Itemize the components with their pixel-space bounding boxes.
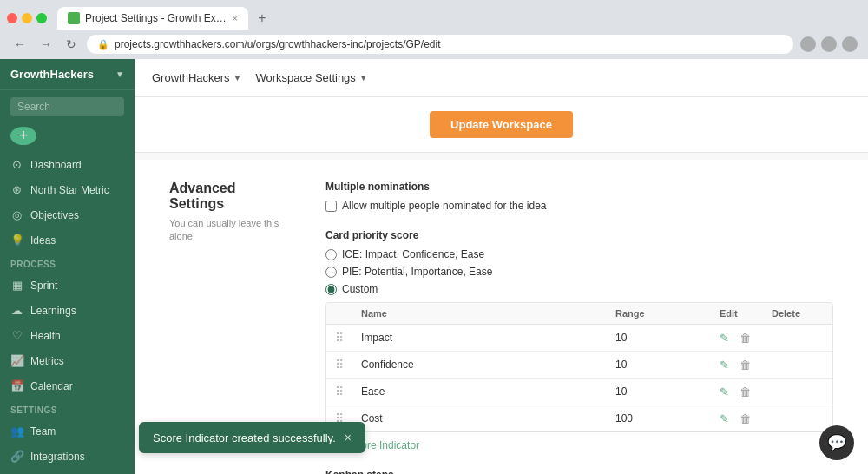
update-workspace-button[interactable]: Update Workspace — [430, 111, 573, 138]
sidebar-item-label: North Star Metric — [30, 184, 109, 196]
delete-icon[interactable]: 🗑 — [740, 359, 751, 372]
reload-button[interactable]: ↻ — [62, 36, 80, 53]
sidebar-item-sprint[interactable]: ▦ Sprint — [0, 273, 135, 298]
score-name: Cost — [361, 412, 615, 425]
drag-handle-icon[interactable]: ⠿ — [335, 358, 361, 372]
table-row: ⠿ Ease 10 ✎ 🗑 — [326, 379, 832, 405]
sidebar-item-ideas[interactable]: 💡 Ideas — [0, 227, 135, 253]
score-name: Confidence — [361, 359, 615, 371]
toast-close-button[interactable]: × — [345, 431, 352, 444]
edit-icon[interactable]: ✎ — [720, 332, 729, 345]
multiple-nominations-checkbox-label: Allow multiple people nominated for the … — [342, 200, 546, 212]
kanban-steps-label: Kanban steps — [326, 469, 833, 474]
breadcrumb-workspace-label: Workspace Settings — [255, 71, 355, 84]
minimize-dot[interactable] — [22, 13, 32, 23]
chat-bubble-button[interactable]: 💬 — [819, 425, 854, 460]
sidebar-item-northstar[interactable]: ⊛ North Star Metric — [0, 177, 135, 202]
org-header[interactable]: GrowthHackers ▼ — [0, 59, 135, 90]
score-name: Ease — [361, 385, 615, 398]
sidebar-item-preferences[interactable]: ⚙ Preferences — [0, 469, 135, 474]
close-dot[interactable] — [7, 13, 17, 23]
pie-radio-row: PIE: Potential, Importance, Ease — [326, 266, 833, 278]
content-area: Update Workspace Advanced Settings You c… — [135, 97, 868, 474]
ice-radio[interactable] — [326, 249, 337, 260]
sidebar-item-health[interactable]: ♡ Health — [0, 323, 135, 348]
sidebar-item-label: Integrations — [30, 451, 85, 463]
table-row: ⠿ Confidence 10 ✎ 🗑 — [326, 352, 832, 379]
settings-section-label: SETTINGS — [0, 398, 135, 418]
org-name: GrowthHackers — [10, 68, 94, 81]
sidebar-item-label: Calendar — [30, 380, 73, 392]
kanban-steps-group: Kanban steps Name Edit Delete — [326, 469, 833, 474]
browser-tab[interactable]: Project Settings - Growth Exp... × — [57, 7, 248, 30]
settings-main: Multiple nominations Allow multiple peop… — [326, 181, 833, 474]
url-text: projects.growthhackers.com/u/orgs/growth… — [115, 38, 441, 50]
health-icon: ♡ — [10, 329, 23, 342]
score-actions: ✎ 🗑 — [720, 385, 772, 398]
multiple-nominations-group: Multiple nominations Allow multiple peop… — [326, 181, 833, 212]
score-actions: ✎ 🗑 — [720, 412, 772, 425]
browser-action-icon-3 — [842, 36, 858, 52]
col-name: Name — [361, 308, 615, 319]
card-priority-group: Card priority score ICE: Impact, Confide… — [326, 229, 833, 451]
process-section-label: PROCESS — [0, 253, 135, 273]
left-navigation: GrowthHackers ▼ + ⊙ Dashboard ⊛ North St… — [0, 59, 135, 474]
update-section: Update Workspace — [135, 97, 868, 153]
edit-icon[interactable]: ✎ — [720, 385, 729, 398]
browser-action-icon — [800, 36, 816, 52]
sidebar-item-objectives[interactable]: ◎ Objectives — [0, 202, 135, 227]
edit-icon[interactable]: ✎ — [720, 359, 729, 372]
calendar-icon: 📅 — [10, 379, 23, 392]
score-actions: ✎ 🗑 — [720, 332, 772, 345]
search-input[interactable] — [10, 97, 124, 116]
add-button[interactable]: + — [10, 127, 36, 145]
forward-button[interactable]: → — [36, 36, 56, 53]
sidebar-item-integrations[interactable]: 🔗 Integrations — [0, 444, 135, 469]
score-actions: ✎ 🗑 — [720, 359, 772, 372]
breadcrumb-org-chevron: ▼ — [233, 73, 242, 82]
northstar-icon: ⊛ — [10, 183, 23, 196]
toast-notification: Score Indicator created successfully. × — [139, 422, 365, 453]
breadcrumb-workspace[interactable]: Workspace Settings ▼ — [255, 71, 367, 84]
tab-close-button[interactable]: × — [233, 13, 238, 23]
maximize-dot[interactable] — [36, 13, 47, 23]
sprint-icon: ▦ — [10, 279, 23, 292]
table-row: ⠿ Impact 10 ✎ 🗑 — [326, 325, 832, 352]
col-delete: Delete — [772, 308, 824, 319]
drag-handle-icon[interactable]: ⠿ — [335, 385, 361, 398]
dashboard-icon: ⊙ — [10, 158, 23, 171]
nav-search-container — [0, 90, 135, 123]
score-range: 10 — [615, 385, 720, 398]
advanced-settings-title: Advanced Settings — [169, 181, 291, 212]
url-bar[interactable]: 🔒 projects.growthhackers.com/u/orgs/grow… — [87, 35, 793, 54]
sidebar-item-metrics[interactable]: 📈 Metrics — [0, 348, 135, 373]
sidebar-item-learnings[interactable]: ☁ Learnings — [0, 298, 135, 323]
sidebar-item-team[interactable]: 👥 Team — [0, 418, 135, 444]
custom-radio[interactable] — [326, 284, 337, 295]
table-row: ⠿ Cost 100 ✎ 🗑 — [326, 405, 832, 431]
sidebar-item-dashboard[interactable]: ⊙ Dashboard — [0, 152, 135, 177]
breadcrumb-org[interactable]: GrowthHackers ▼ — [152, 71, 241, 84]
new-tab-button[interactable]: + — [252, 8, 273, 29]
delete-icon[interactable]: 🗑 — [740, 385, 751, 398]
objectives-icon: ◎ — [10, 208, 23, 221]
edit-icon[interactable]: ✎ — [720, 412, 729, 425]
col-edit: Edit — [720, 308, 772, 319]
multiple-nominations-label: Multiple nominations — [326, 181, 833, 193]
multiple-nominations-row: Allow multiple people nominated for the … — [326, 200, 833, 212]
delete-icon[interactable]: 🗑 — [740, 332, 751, 345]
sidebar-item-label: Objectives — [30, 209, 79, 221]
sidebar-item-label: Dashboard — [30, 159, 82, 171]
score-table-header: Name Range Edit Delete — [326, 303, 832, 325]
sidebar-item-calendar[interactable]: 📅 Calendar — [0, 373, 135, 398]
ideas-icon: 💡 — [10, 234, 23, 247]
multiple-nominations-checkbox[interactable] — [326, 201, 337, 212]
back-button[interactable]: ← — [10, 36, 30, 53]
drag-handle-icon[interactable]: ⠿ — [335, 331, 361, 345]
team-icon: 👥 — [10, 425, 23, 438]
delete-icon[interactable]: 🗑 — [740, 412, 751, 425]
main-content: GrowthHackers ▼ Workspace Settings ▼ Upd… — [135, 59, 868, 474]
metrics-icon: 📈 — [10, 354, 23, 367]
page-header: GrowthHackers ▼ Workspace Settings ▼ — [135, 59, 868, 97]
pie-radio[interactable] — [326, 267, 337, 278]
